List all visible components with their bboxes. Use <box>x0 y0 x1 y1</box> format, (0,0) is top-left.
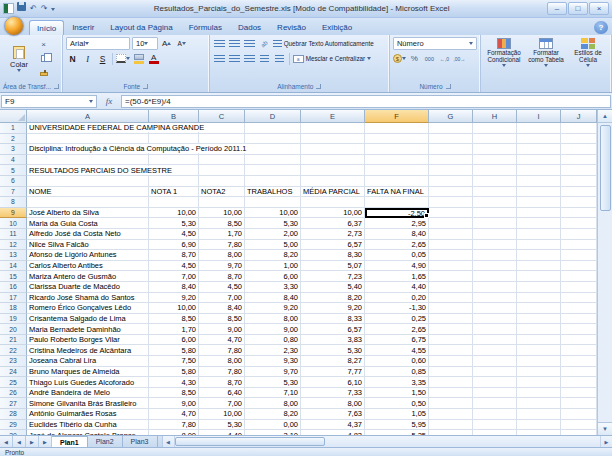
cell-C7[interactable]: NOTA2 <box>199 187 245 198</box>
cell-E9[interactable]: 10,00 <box>301 208 365 219</box>
cell-G10[interactable] <box>429 218 473 229</box>
row-header-10[interactable]: 10 <box>0 218 27 229</box>
select-all-corner[interactable] <box>0 110 27 123</box>
hscroll-right-icon[interactable]: ▶ <box>600 436 612 447</box>
cell-F3[interactable] <box>365 144 429 155</box>
cell-H6[interactable] <box>473 176 517 187</box>
cell-A14[interactable]: Carlos Alberto Antibes <box>27 261 149 272</box>
sheet-tab-plan3[interactable]: Plan3 <box>123 436 158 447</box>
dialog-launcher-icon[interactable] <box>316 84 321 89</box>
close-button[interactable]: × <box>589 2 609 15</box>
cell-J28[interactable] <box>561 409 597 420</box>
cell-A10[interactable]: Maria da Guia Costa <box>27 218 149 229</box>
cell-D13[interactable]: 8,20 <box>245 250 301 261</box>
cell-D21[interactable]: 0,80 <box>245 335 301 346</box>
cell-A29[interactable]: Euclides Tibério da Cunha <box>27 420 149 431</box>
name-box[interactable]: F9 <box>1 95 97 108</box>
cell-E17[interactable]: 8,20 <box>301 293 365 304</box>
cell-J6[interactable] <box>561 176 597 187</box>
cell-H5[interactable] <box>473 165 517 176</box>
col-header-G[interactable]: G <box>429 110 473 123</box>
cell-C22[interactable]: 7,80 <box>199 345 245 356</box>
decrease-decimal-button[interactable]: ,00→ <box>453 52 466 65</box>
office-button[interactable] <box>4 16 24 36</box>
cell-F14[interactable]: 4,90 <box>365 261 429 272</box>
cell-J9[interactable] <box>561 208 597 219</box>
cell-G28[interactable] <box>429 409 473 420</box>
cell-G13[interactable] <box>429 250 473 261</box>
cell-E21[interactable]: 3,83 <box>301 335 365 346</box>
cell-G8[interactable] <box>429 197 473 208</box>
cell-C12[interactable]: 7,80 <box>199 240 245 251</box>
cell-A20[interactable]: Maria Bernadete Daminhão <box>27 324 149 335</box>
cell-B19[interactable]: 8,50 <box>149 314 199 325</box>
tab-exibicao[interactable]: Exibição <box>314 19 360 35</box>
cell-G20[interactable] <box>429 324 473 335</box>
cell-D28[interactable]: 8,20 <box>245 409 301 420</box>
cell-H28[interactable] <box>473 409 517 420</box>
cell-J8[interactable] <box>561 197 597 208</box>
cell-F10[interactable]: 2,95 <box>365 218 429 229</box>
row-header-2[interactable]: 2 <box>0 134 27 145</box>
cell-I2[interactable] <box>517 134 561 145</box>
horizontal-scroll-thumb[interactable] <box>175 437 325 446</box>
cell-H7[interactable] <box>473 187 517 198</box>
cell-I8[interactable] <box>517 197 561 208</box>
cell-J2[interactable] <box>561 134 597 145</box>
col-header-C[interactable]: C <box>199 110 245 123</box>
cell-I17[interactable] <box>517 293 561 304</box>
cell-H29[interactable] <box>473 420 517 431</box>
fx-button[interactable]: fx <box>99 95 119 108</box>
cell-J4[interactable] <box>561 155 597 166</box>
cell-G12[interactable] <box>429 240 473 251</box>
cell-D4[interactable] <box>245 155 301 166</box>
cell-B28[interactable]: 4,70 <box>149 409 199 420</box>
cell-I16[interactable] <box>517 282 561 293</box>
cell-A25[interactable]: Thiago Luís Guedes Alcoforado <box>27 377 149 388</box>
cell-F13[interactable]: 0,05 <box>365 250 429 261</box>
cell-A1[interactable]: UNIVERSIDADE FEDERAL DE CAMPINA GRANDE <box>27 123 149 134</box>
cell-G7[interactable] <box>429 187 473 198</box>
cell-C8[interactable] <box>199 197 245 208</box>
cell-E3[interactable] <box>301 144 365 155</box>
cell-B2[interactable] <box>149 134 199 145</box>
cell-A16[interactable]: Clarissa Duarte de Macêdo <box>27 282 149 293</box>
cell-C21[interactable]: 4,70 <box>199 335 245 346</box>
col-header-H[interactable]: H <box>473 110 517 123</box>
number-format-combo[interactable]: Número <box>393 37 477 50</box>
cell-I24[interactable] <box>517 367 561 378</box>
cell-B15[interactable]: 7,00 <box>149 271 199 282</box>
cell-B10[interactable]: 5,30 <box>149 218 199 229</box>
row-header-23[interactable]: 23 <box>0 356 27 367</box>
row-header-19[interactable]: 19 <box>0 314 27 325</box>
cell-I28[interactable] <box>517 409 561 420</box>
cell-C15[interactable]: 8,70 <box>199 271 245 282</box>
help-button[interactable]: ? <box>594 21 608 34</box>
cell-F25[interactable]: 3,35 <box>365 377 429 388</box>
cell-B8[interactable] <box>149 197 199 208</box>
cell-I9[interactable] <box>517 208 561 219</box>
cell-E1[interactable] <box>301 123 365 134</box>
cell-J1[interactable] <box>561 123 597 134</box>
row-header-24[interactable]: 24 <box>0 367 27 378</box>
cell-A12[interactable]: Nilce Silva Falcão <box>27 240 149 251</box>
cell-B25[interactable]: 4,30 <box>149 377 199 388</box>
orientation-button[interactable]: ab <box>258 37 271 50</box>
cell-I19[interactable] <box>517 314 561 325</box>
last-sheet-icon[interactable]: ▶ <box>39 436 52 447</box>
cell-J20[interactable] <box>561 324 597 335</box>
cell-B4[interactable] <box>149 155 199 166</box>
cell-C2[interactable] <box>199 134 245 145</box>
cell-D5[interactable] <box>245 165 301 176</box>
cell-B17[interactable]: 9,20 <box>149 293 199 304</box>
cell-D19[interactable]: 8,00 <box>245 314 301 325</box>
cell-G9[interactable] <box>429 208 473 219</box>
thousands-button[interactable]: 000 <box>423 52 436 65</box>
dialog-launcher-icon[interactable] <box>446 84 451 89</box>
cell-A8[interactable] <box>27 197 149 208</box>
cell-E12[interactable]: 6,57 <box>301 240 365 251</box>
row-header-6[interactable]: 6 <box>0 176 27 187</box>
cell-G26[interactable] <box>429 388 473 399</box>
cell-D2[interactable] <box>245 134 301 145</box>
cell-I6[interactable] <box>517 176 561 187</box>
